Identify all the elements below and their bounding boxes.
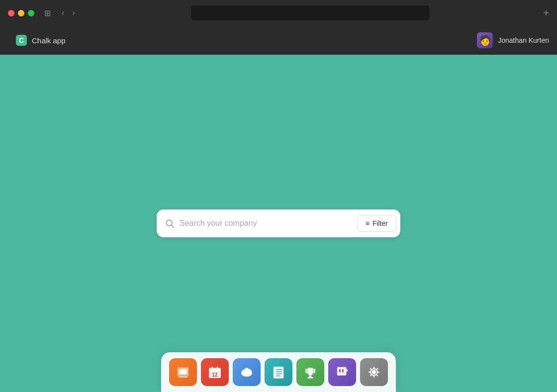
nav-buttons: ‹ › bbox=[59, 7, 78, 18]
svg-point-0 bbox=[166, 220, 172, 226]
browser-chrome: ⊞ ‹ › + C Chalk app 🧑 Jonathan Kurten bbox=[0, 0, 557, 55]
svg-line-1 bbox=[172, 225, 174, 227]
svg-rect-6 bbox=[179, 377, 187, 378]
back-button[interactable]: ‹ bbox=[59, 7, 67, 18]
new-tab-button[interactable]: + bbox=[543, 7, 549, 19]
svg-rect-5 bbox=[180, 370, 186, 374]
dock-item-cloud-app[interactable] bbox=[233, 358, 261, 386]
user-area: 🧑 Jonathan Kurten bbox=[477, 32, 549, 48]
search-input[interactable] bbox=[180, 219, 357, 228]
svg-rect-27 bbox=[342, 369, 344, 373]
dock-item-settings-app[interactable] bbox=[360, 358, 388, 386]
address-bar[interactable] bbox=[191, 5, 430, 20]
search-bar: ≡ Filter bbox=[157, 209, 400, 237]
dock-item-orange-app[interactable] bbox=[169, 358, 197, 386]
dock: 12 bbox=[161, 352, 396, 392]
chalk-app-tab-label: Chalk app bbox=[32, 36, 66, 45]
filter-button[interactable]: ≡ Filter bbox=[357, 215, 396, 232]
address-bar-container bbox=[84, 5, 538, 20]
main-content: ≡ Filter 12 bbox=[0, 55, 557, 392]
title-bar: ⊞ ‹ › + bbox=[0, 0, 557, 26]
filter-icon: ≡ bbox=[366, 219, 370, 227]
dock-item-twitch-app[interactable] bbox=[328, 358, 356, 386]
svg-point-16 bbox=[244, 368, 249, 373]
dock-item-trophy-app[interactable] bbox=[296, 358, 324, 386]
chalk-app-tab[interactable]: C Chalk app bbox=[8, 31, 74, 50]
sidebar-toggle-icon[interactable]: ⊞ bbox=[44, 8, 51, 18]
avatar: 🧑 bbox=[477, 32, 493, 48]
svg-rect-9 bbox=[209, 370, 221, 372]
svg-rect-24 bbox=[307, 377, 313, 379]
svg-rect-18 bbox=[274, 367, 276, 379]
chalk-app-icon: C bbox=[16, 35, 27, 46]
forward-button[interactable]: › bbox=[69, 7, 78, 18]
username-label: Jonathan Kurten bbox=[498, 36, 549, 44]
traffic-lights bbox=[8, 10, 34, 16]
minimize-button[interactable] bbox=[18, 10, 24, 16]
dock-item-notes-app[interactable] bbox=[265, 358, 292, 386]
svg-rect-26 bbox=[339, 369, 341, 373]
close-button[interactable] bbox=[8, 10, 14, 16]
dock-item-calendar-app[interactable]: 12 bbox=[201, 358, 229, 386]
search-container: ≡ Filter bbox=[157, 209, 400, 237]
maximize-button[interactable] bbox=[28, 10, 34, 16]
search-icon bbox=[165, 218, 175, 228]
svg-text:12: 12 bbox=[212, 372, 218, 378]
svg-point-28 bbox=[372, 370, 376, 375]
tab-bar: C Chalk app 🧑 Jonathan Kurten bbox=[0, 26, 557, 55]
